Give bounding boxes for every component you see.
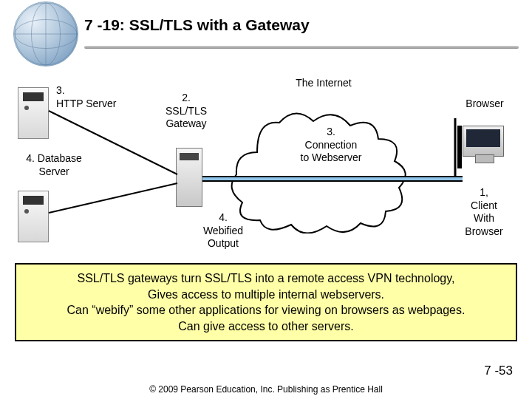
info-line: Can give access to other servers. [25,318,507,335]
info-line: SSL/TLS gateways turn SSL/TLS into a rem… [25,270,507,287]
info-line: Can “webify” some other applications for… [25,302,507,318]
connections [13,65,519,256]
info-line: Gives access to multiple internal webser… [25,287,507,303]
ssl-connection [202,176,463,182]
title-rule [84,46,519,49]
diagram: The Internet 3. HTTP Server 4. Database … [13,65,519,256]
footer-copyright: © 2009 Pearson Education, Inc. Publishin… [0,384,532,395]
svg-line-6 [49,183,177,213]
page-number: 7 -53 [484,364,513,378]
slide-title: 7 -19: SSL/TLS with a Gateway [84,16,310,34]
svg-line-5 [49,111,177,174]
globe-icon [13,1,78,66]
info-box: SSL/TLS gateways turn SSL/TLS into a rem… [15,263,517,341]
